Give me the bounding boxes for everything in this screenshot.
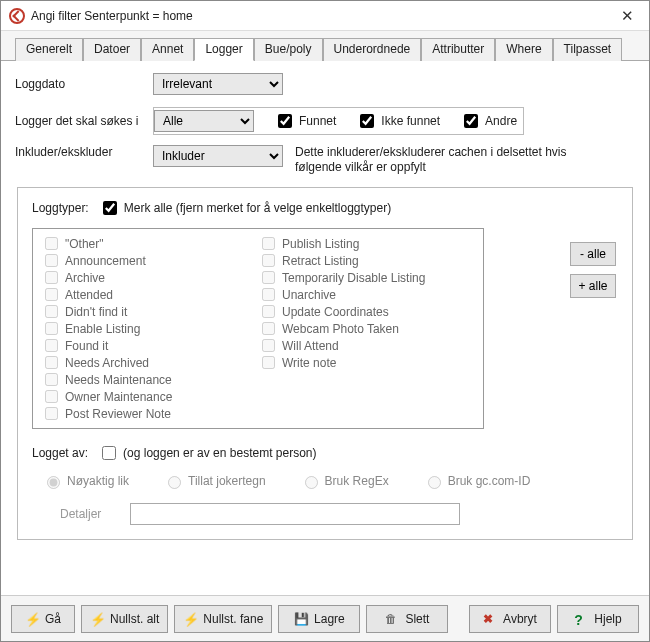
logtype-checkbox[interactable] [45, 254, 58, 267]
logtype-item[interactable]: Archive [41, 269, 258, 286]
found-checkbox[interactable] [278, 114, 292, 128]
wildcard-radio[interactable] [168, 476, 181, 489]
select-all-button[interactable]: + alle [570, 274, 616, 298]
radio-label: Nøyaktig lik [67, 474, 129, 488]
logtype-label: Webcam Photo Taken [282, 322, 399, 336]
logtype-item[interactable]: Write note [258, 354, 475, 371]
logtype-checkbox[interactable] [45, 339, 58, 352]
logtype-checkbox[interactable] [45, 407, 58, 420]
tab-attributter[interactable]: Attributter [421, 38, 495, 61]
tab-generelt[interactable]: Generelt [15, 38, 83, 61]
tab-strip: Generelt Datoer Annet Logger Bue/poly Un… [1, 31, 649, 61]
delete-button[interactable]: Slett [366, 605, 448, 633]
button-label: - alle [580, 247, 606, 261]
logtype-checkbox[interactable] [45, 288, 58, 301]
tab-label: Bue/poly [265, 42, 312, 56]
logtype-checkbox[interactable] [262, 339, 275, 352]
tab-where[interactable]: Where [495, 38, 552, 61]
logtype-checkbox[interactable] [45, 322, 58, 335]
logtype-item[interactable]: Didn't find it [41, 303, 258, 320]
deselect-all-button[interactable]: - alle [570, 242, 616, 266]
reset-tab-button[interactable]: Nullst. fane [174, 605, 272, 633]
tab-datoer[interactable]: Datoer [83, 38, 141, 61]
logtype-label: Update Coordinates [282, 305, 389, 319]
logtype-item[interactable]: Unarchive [258, 286, 475, 303]
logtype-checkbox[interactable] [262, 356, 275, 369]
go-button[interactable]: Gå [11, 605, 75, 633]
logtype-item[interactable]: Post Reviewer Note [41, 405, 258, 422]
gcid-radio[interactable] [428, 476, 441, 489]
logtype-checkbox[interactable] [45, 356, 58, 369]
close-button[interactable]: ✕ [605, 1, 649, 31]
button-label: Nullst. alt [110, 612, 159, 626]
radio-label: Bruk RegEx [325, 474, 389, 488]
trash-icon [385, 612, 399, 626]
logtype-checkbox[interactable] [262, 271, 275, 284]
logtype-label: Didn't find it [65, 305, 127, 319]
logtype-item[interactable]: Webcam Photo Taken [258, 320, 475, 337]
logtype-checkbox[interactable] [262, 288, 275, 301]
window-title: Angi filter Senterpunkt = home [31, 9, 193, 23]
logtype-item[interactable]: Needs Archived [41, 354, 258, 371]
logtype-checkbox[interactable] [45, 390, 58, 403]
regex-radio[interactable] [305, 476, 318, 489]
tab-buepoly[interactable]: Bue/poly [254, 38, 323, 61]
logtype-checkbox[interactable] [262, 305, 275, 318]
notfound-checkbox[interactable] [360, 114, 374, 128]
logtype-item[interactable]: "Other" [41, 235, 258, 252]
logtype-item[interactable]: Retract Listing [258, 252, 475, 269]
details-label: Detaljer [60, 507, 116, 521]
logtype-label: Found it [65, 339, 108, 353]
logtype-item[interactable]: Attended [41, 286, 258, 303]
tab-underordnede[interactable]: Underordnede [323, 38, 422, 61]
tab-label: Annet [152, 42, 183, 56]
logtype-label: Publish Listing [282, 237, 359, 251]
logtype-item[interactable]: Publish Listing [258, 235, 475, 252]
logdate-label: Loggdato [15, 77, 153, 91]
loggedby-checkbox[interactable] [102, 446, 116, 460]
logtype-checkbox[interactable] [45, 373, 58, 386]
logtype-item[interactable]: Needs Maintenance [41, 371, 258, 388]
save-icon [294, 612, 308, 626]
search-in-select[interactable]: Alle [154, 110, 254, 132]
logtype-label: Retract Listing [282, 254, 359, 268]
logdate-select[interactable]: Irrelevant [153, 73, 283, 95]
logtype-checkbox[interactable] [45, 271, 58, 284]
tab-label: Underordnede [334, 42, 411, 56]
titlebar: Angi filter Senterpunkt = home ✕ [1, 1, 649, 31]
help-button[interactable]: Hjelp [557, 605, 639, 633]
close-icon: ✕ [621, 7, 634, 25]
logtype-label: "Other" [65, 237, 104, 251]
logtype-checkbox[interactable] [45, 237, 58, 250]
exact-radio[interactable] [47, 476, 60, 489]
radio-label: Tillat jokertegn [188, 474, 266, 488]
dialog-window: Angi filter Senterpunkt = home ✕ Generel… [0, 0, 650, 642]
reset-all-button[interactable]: Nullst. alt [81, 605, 168, 633]
include-select[interactable]: Inkluder [153, 145, 283, 167]
button-label: Slett [405, 612, 429, 626]
other-checkbox[interactable] [464, 114, 478, 128]
markall-checkbox[interactable] [103, 201, 117, 215]
logtype-checkbox[interactable] [262, 322, 275, 335]
logtype-checkbox[interactable] [262, 254, 275, 267]
cancel-button[interactable]: Avbryt [469, 605, 551, 633]
tab-tilpasset[interactable]: Tilpasset [553, 38, 623, 61]
logtype-item[interactable]: Will Attend [258, 337, 475, 354]
logtype-item[interactable]: Announcement [41, 252, 258, 269]
logtype-item[interactable]: Temporarily Disable Listing [258, 269, 475, 286]
tab-content: Loggdato Irrelevant Logger det skal søke… [1, 61, 649, 595]
details-input[interactable] [130, 503, 460, 525]
logtype-item[interactable]: Found it [41, 337, 258, 354]
logtype-label: Announcement [65, 254, 146, 268]
logtype-item[interactable]: Enable Listing [41, 320, 258, 337]
tab-label: Logger [205, 42, 242, 56]
save-button[interactable]: Lagre [278, 605, 360, 633]
logtypes-list: "Other"AnnouncementArchiveAttendedDidn't… [32, 228, 484, 429]
logtype-checkbox[interactable] [45, 305, 58, 318]
logtype-label: Will Attend [282, 339, 339, 353]
logtype-item[interactable]: Owner Maintenance [41, 388, 258, 405]
tab-logger[interactable]: Logger [194, 38, 253, 61]
logtype-item[interactable]: Update Coordinates [258, 303, 475, 320]
tab-annet[interactable]: Annet [141, 38, 194, 61]
logtype-checkbox[interactable] [262, 237, 275, 250]
